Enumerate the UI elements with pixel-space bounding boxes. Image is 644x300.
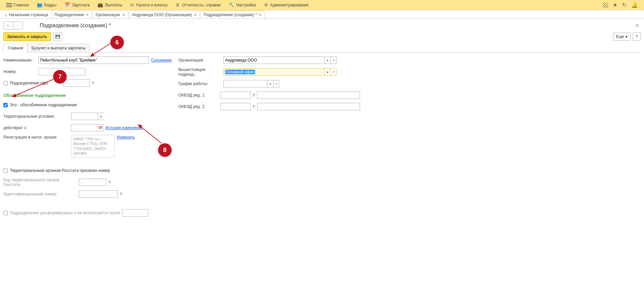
okved2-label: ОКВЭД ред. 2:: [178, 104, 218, 109]
help-button-label: ?: [636, 34, 638, 39]
separate-section-title: Обособленное подразделение: [3, 93, 172, 98]
change-link[interactable]: Изменить: [117, 135, 135, 140]
formed-date-input[interactable]: [63, 79, 90, 87]
parent-open-button[interactable]: ↗: [330, 68, 336, 76]
disband-date-input[interactable]: [122, 209, 148, 217]
org-dropdown-button[interactable]: ▾: [324, 57, 330, 64]
formed-checkbox[interactable]: [3, 81, 8, 85]
okved1-desc-input[interactable]: [257, 91, 360, 99]
formed-help[interactable]: ?: [92, 81, 94, 86]
tab-departments-close[interactable]: ✕: [86, 13, 89, 17]
valid-from-calendar-button[interactable]: 📅: [97, 124, 103, 132]
menu-taxes[interactable]: % Налоги и взносы: [126, 0, 172, 10]
disband-checkbox[interactable]: [3, 211, 8, 215]
rosstat-checkbox[interactable]: [3, 168, 8, 173]
menu-kadry-label: Кадры: [44, 3, 57, 7]
okved1-help[interactable]: ?: [253, 93, 255, 98]
menu-admin[interactable]: ⚙ Администрирование: [260, 0, 313, 10]
ident-label: Идентификационный номер:: [3, 192, 77, 196]
history-link[interactable]: История изменения: [105, 125, 142, 130]
schedule-dropdown-button[interactable]: ▾: [267, 80, 273, 87]
parent-input-value[interactable]: Головной офис: [225, 70, 255, 74]
tab-organizations-label: Организации: [96, 12, 120, 17]
org-combo[interactable]: ▾ ↗: [223, 57, 336, 64]
menu-salary[interactable]: 📅 Зарплата: [61, 0, 94, 10]
menu-payments[interactable]: 💼 Выплаты: [94, 0, 126, 10]
menu-reports[interactable]: 🗎 Отчетность, справки: [172, 0, 225, 10]
tab-departments[interactable]: Подразделения ✕: [51, 11, 92, 18]
ident-help[interactable]: ?: [120, 192, 122, 197]
terr-dropdown-button[interactable]: ▾: [98, 113, 104, 120]
apps-icon[interactable]: [603, 2, 608, 8]
save-button[interactable]: 💾: [53, 32, 62, 41]
tab-main[interactable]: Главное: [3, 44, 28, 52]
tab-andromeda[interactable]: Андромеда ООО (Организация) ✕: [129, 11, 200, 18]
callout-7: 7: [53, 70, 67, 83]
form-tabs: Главное Бухучет и выплата зарплаты: [3, 44, 641, 52]
org-input[interactable]: [223, 57, 324, 64]
separate-checkbox[interactable]: [3, 103, 8, 107]
schedule-open-button[interactable]: ↗: [273, 80, 279, 87]
schedule-input[interactable]: [223, 80, 267, 87]
more-button-label: Еще: [616, 34, 624, 39]
calendar-icon: 📅: [65, 2, 70, 7]
ident-input[interactable]: [79, 190, 118, 198]
rosstat-code-input[interactable]: [79, 179, 106, 186]
disband-label: Подразделение расформировано и не исполь…: [10, 211, 120, 215]
page-close-button[interactable]: ✕: [635, 23, 641, 28]
tab-home[interactable]: ⌂ Начальная страница: [2, 11, 51, 18]
menu-main[interactable]: Главное: [2, 0, 33, 10]
save-close-button[interactable]: Записать и закрыть: [3, 32, 51, 41]
okved2-code-input[interactable]: [220, 103, 251, 110]
wallet-icon: 💼: [98, 2, 103, 7]
history-icon[interactable]: ↻: [622, 2, 627, 8]
rosstat-help[interactable]: ?: [108, 180, 111, 185]
valid-from-label: действуют с:: [3, 125, 69, 130]
tab-andromeda-close[interactable]: ✕: [194, 13, 197, 17]
schedule-combo[interactable]: ▾ ↗: [223, 80, 279, 87]
menu-admin-label: Администрирование: [270, 3, 309, 7]
formed-label: Подразделение сфо: [10, 81, 48, 85]
star-icon[interactable]: ★: [613, 2, 617, 8]
more-button[interactable]: Еще ▾: [613, 33, 631, 41]
tab-organizations[interactable]: Организации ✕: [93, 11, 128, 18]
callout-8: 8: [158, 143, 172, 157]
menu-reports-label: Отчетность, справки: [182, 3, 221, 7]
terr-input[interactable]: [71, 113, 98, 120]
menu-settings[interactable]: 🔧 Настройка: [225, 0, 260, 10]
org-label: Организация:: [178, 58, 221, 63]
schedule-label: График работы:: [178, 81, 221, 86]
help-button[interactable]: ?: [633, 33, 641, 41]
terr-combo[interactable]: ▾: [71, 113, 104, 120]
name-input[interactable]: [38, 57, 149, 64]
okved2-help[interactable]: ?: [253, 104, 255, 109]
home-icon: ⌂: [5, 13, 7, 17]
nav-forward-button[interactable]: →: [13, 22, 23, 29]
callout-6: 6: [110, 36, 124, 49]
tab-new-department[interactable]: Подразделение (создание) * ✕: [201, 10, 265, 18]
bell-icon[interactable]: 🔔: [631, 2, 638, 8]
parent-dropdown-button[interactable]: ▾: [324, 68, 330, 76]
menu-taxes-label: Налоги и взносы: [136, 3, 168, 7]
nav-back-button[interactable]: ←: [4, 22, 13, 29]
rosstat-code-label: Код территориального органа Росстата:: [3, 178, 77, 187]
okved2-desc-input[interactable]: [257, 103, 360, 110]
separate-check-label: Это - обособленное подразделение: [10, 103, 77, 107]
parent-combo[interactable]: Головной офис ▾ ↗: [223, 68, 336, 76]
tab-accounting[interactable]: Бухучет и выплата зарплаты: [27, 44, 90, 52]
valid-from-input[interactable]: [71, 124, 97, 132]
org-open-button[interactable]: ↗: [330, 57, 336, 64]
page-title: Подразделение (создание) *: [40, 23, 111, 29]
okved1-code-input[interactable]: [220, 91, 251, 99]
valid-from-combo[interactable]: 📅: [71, 124, 103, 132]
tab-new-department-close[interactable]: ✕: [259, 13, 262, 17]
diskette-icon: 💾: [55, 34, 60, 39]
tab-home-label: Начальная страница: [9, 12, 48, 17]
menu-salary-label: Зарплата: [72, 3, 90, 7]
okved1-label: ОКВЭД ред. 1:: [178, 93, 218, 98]
tab-organizations-close[interactable]: ✕: [122, 13, 125, 17]
declensions-link[interactable]: Склонения: [151, 58, 172, 63]
menu-kadry[interactable]: 👥 Кадры: [33, 0, 61, 10]
reg-readonly: ИФНС 7701 по г. Москве (7701), КПП 77010…: [71, 135, 115, 157]
main-menu-bar: Главное 👥 Кадры 📅 Зарплата 💼 Выплаты % Н…: [0, 0, 644, 10]
